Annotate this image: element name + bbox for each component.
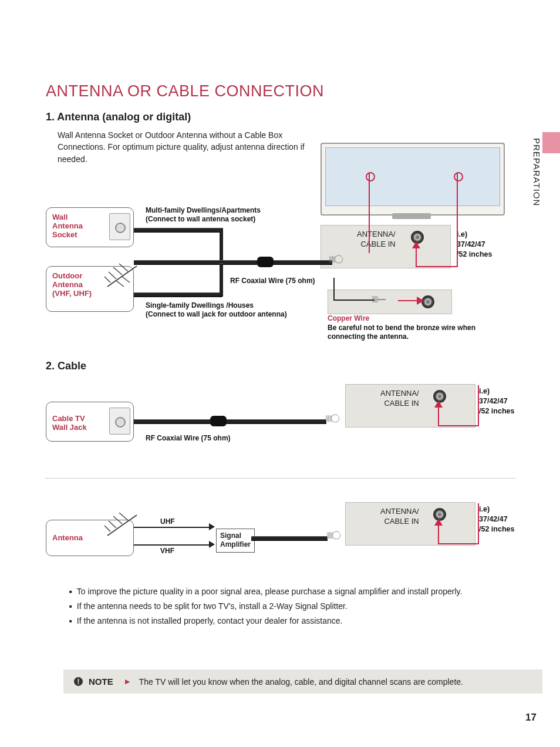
diagram-amplifier: Antenna UHF VHF Signal Amplifier ⦀⦀◯ ANT…: [46, 502, 515, 573]
svg-line-4: [119, 264, 128, 271]
page-title: ANTENNA OR CABLE CONNECTION: [46, 82, 525, 100]
signal-amplifier-box: Signal Amplifier: [216, 529, 255, 553]
note-text: The TV will let you know when the analog…: [139, 677, 463, 687]
sizes-label: i.e) 37/42/47 /52 inches: [479, 386, 514, 416]
coax-plug-icon: ⦀⦀◯: [326, 530, 339, 541]
wire: [274, 260, 332, 265]
red-line: [416, 266, 458, 267]
rf-coax-label: RF Coaxial Wire (75 ohm): [230, 277, 315, 286]
red-circle: [454, 172, 463, 181]
svg-line-9: [109, 521, 116, 528]
wire: [134, 292, 222, 297]
section1-heading: 1. Antenna (analog or digital): [46, 111, 525, 123]
tab-color-marker: [542, 132, 560, 153]
wire: [134, 228, 222, 233]
red-line: [478, 385, 479, 426]
svg-line-10: [113, 516, 122, 524]
red-line: [478, 503, 479, 544]
wire: [134, 260, 275, 265]
wire: [134, 527, 210, 528]
vhf-label: VHF: [160, 547, 174, 556]
svg-line-7: [107, 515, 137, 536]
single-family-label: Single-family Dwellings /Houses (Connect…: [146, 301, 287, 319]
red-line: [369, 214, 370, 253]
diagram-cable: Cable TV Wall Jack ANTENNA/ CABLE IN i.e…: [46, 378, 515, 460]
wire: [333, 278, 335, 300]
tv-illustration: [321, 143, 505, 216]
wire-vert: [220, 228, 223, 264]
note-label: NOTE: [89, 677, 113, 687]
coax-plug-icon: ⦀⦀◯: [329, 254, 342, 265]
uhf-label: UHF: [160, 517, 175, 527]
wire: [333, 300, 375, 301]
sizes-label: i.e) 37/42/47 /52 inches: [457, 230, 492, 260]
arrow-up-icon: [412, 241, 420, 248]
tips-list: To improve the picture quality in a poor…: [69, 584, 525, 629]
tip-item: If the antenna is not installed properly…: [69, 614, 525, 628]
svg-line-5: [116, 281, 124, 287]
red-line: [438, 425, 479, 426]
tip-item: To improve the picture quality in a poor…: [69, 584, 525, 599]
wall-socket-icon: [109, 213, 130, 240]
arrow-right-icon: [209, 523, 215, 530]
note-icon: !: [74, 677, 83, 686]
wall-socket-icon: [109, 408, 130, 435]
antenna-cable-in-label: ANTENNA/ CABLE IN: [357, 230, 396, 250]
triangle-icon: ▶: [125, 678, 130, 685]
red-line: [438, 543, 479, 544]
tip-item: If the antenna needs to be split for two…: [69, 599, 525, 614]
page-number: 17: [525, 712, 537, 724]
rf-coax-label: RF Coaxial Wire (75 ohm): [146, 434, 231, 443]
svg-line-6: [122, 277, 130, 282]
antenna-cable-in-label: ANTENNA/ CABLE IN: [380, 507, 419, 527]
tv-stand: [392, 213, 431, 219]
divider: [46, 478, 515, 479]
antenna-icon: [102, 509, 143, 539]
section2-heading: 2. Cable: [46, 360, 525, 372]
arrow-up-icon: [434, 401, 443, 408]
section-tab: PREPARATION: [531, 138, 542, 226]
svg-line-0: [107, 266, 137, 287]
red-line: [398, 300, 419, 301]
arrow-right-icon: [417, 297, 424, 305]
arrow-right-icon: [209, 541, 215, 548]
coax-plug-icon: ⦀⦀◯: [325, 413, 338, 424]
wire: [251, 536, 328, 541]
svg-line-8: [104, 526, 110, 531]
wire-vert: [220, 263, 223, 297]
wire: [134, 544, 210, 546]
svg-line-3: [113, 267, 122, 275]
note-bar: ! NOTE ▶ The TV will let you know when t…: [63, 669, 542, 694]
svg-line-11: [119, 513, 128, 520]
red-line: [457, 214, 458, 267]
copper-wire-label: Copper Wire: [328, 314, 369, 324]
multi-family-label: Multi-family Dwellings/Apartments (Conne…: [146, 206, 261, 224]
ferrite-core-icon: [257, 257, 274, 267]
svg-line-2: [109, 272, 116, 279]
svg-line-1: [104, 277, 110, 282]
section-tab-label: PREPARATION: [532, 138, 542, 206]
copper-wire-warning: Be careful not to bend the bronze wire w…: [328, 324, 492, 342]
wire: [227, 419, 326, 424]
red-circle: [366, 172, 375, 181]
sizes-label: i.e) 37/42/47 /52 inches: [479, 504, 514, 534]
diagram-antenna: ANTENNA/ CABLE IN i.e) 37/42/47 /52 inch…: [46, 143, 515, 354]
antenna-cable-in-label: ANTENNA/ CABLE IN: [380, 389, 419, 409]
ferrite-core-icon: [210, 416, 227, 426]
arrow-up-icon: [434, 519, 443, 526]
